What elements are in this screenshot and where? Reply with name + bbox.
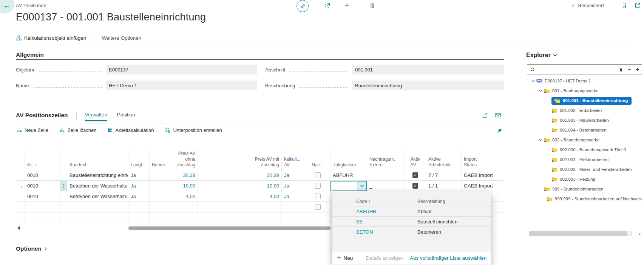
tree-item[interactable]: 999.999 - Stundenlohnarbeiten auf Nachwe… [527,194,642,204]
tree-item-selected[interactable]: 001.001 - Baustelleneinrichtung [551,97,632,105]
horizontal-scrollbar-thumb[interactable] [128,226,330,230]
cell-preis_ohne[interactable]: 10,00 [172,181,198,191]
chevron-down-icon[interactable] [357,181,366,191]
cell-aktive_arbeitskalk[interactable]: 1 / 1 [426,181,462,191]
cell-nachtragsnr_extern[interactable]: _ [367,170,405,180]
new-line-button[interactable]: Neue Zeile [16,127,48,133]
table-row[interactable]: 0010Baustelleneinrichtung einrichte...Ja… [16,170,504,181]
tree-item[interactable]: 001 - Bauhauptgewerke [527,86,642,96]
column-header-13[interactable]: Aktive Arbeitskalk... [426,149,462,170]
tab-verwalten[interactable]: Verwalten [85,112,107,121]
cell-langtext[interactable]: Ja [128,181,150,191]
column-header-4[interactable]: Langt... [128,149,150,170]
tree-chevron-icon[interactable] [538,90,543,92]
tree-item[interactable]: 002.001 - Elektroarbeiten [527,155,642,164]
general-section-heading[interactable]: Allgemein [16,51,44,58]
tree-item[interactable]: 002.000 - Baunebengewerk Titel 0 [527,145,642,155]
cell-nr[interactable]: 0010 [25,191,60,201]
column-header-12[interactable]: Aktiv AV [405,149,426,170]
cell-nr[interactable]: 0010 [25,181,60,191]
dropdown-item[interactable]: ABFUHRAbfuhr [332,206,491,217]
explorer-heading[interactable]: Explorer [526,52,557,59]
nachweis-checkbox[interactable] [315,183,321,189]
cell-preis_ohne[interactable]: 4,00 [172,191,198,201]
aktiv_av-checkbox[interactable] [412,172,418,178]
back-icon[interactable]: ← [3,2,10,10]
nachweis-checkbox[interactable] [315,204,321,210]
explorer-scrollbar[interactable] [529,231,632,236]
cell-bemerkung[interactable]: _ [150,170,172,180]
column-header-14[interactable]: Import Status [462,149,504,170]
tree-chevron-icon[interactable] [538,139,543,141]
tree-item[interactable]: E000137 - HET Demo 1 [527,76,642,86]
tree-item[interactable]: 001.004 - Betonarbeiten [527,125,642,135]
column-header-8[interactable]: kalkuli... AV [282,149,305,170]
tree-item[interactable]: 999 - Stundenlohnarbeiten [527,184,642,194]
cell-nr[interactable]: 0010 [25,170,60,180]
scroll-left-arrow[interactable] [17,226,20,230]
tree-item[interactable]: 002.003 - Heizung [527,174,642,184]
work-calculation-button[interactable]: Arbeitskalkulation [107,127,154,133]
cell-kalkuliert_av[interactable]: Ja [282,170,305,180]
explorer-close-button[interactable]: x [617,67,625,73]
aktiv_av-checkbox[interactable] [412,183,418,189]
nachweis-checkbox[interactable] [315,172,321,178]
cell-kurztext[interactable]: Baustelleneinrichtung einrichte... [67,170,128,180]
column-header-6[interactable]: Preis AV ohne Zuschlag [172,149,198,170]
new-record-button[interactable]: + [344,0,349,10]
options-section-heading[interactable]: Optionen › [16,245,47,253]
cell-aktive_arbeitskalk[interactable]: 7 / 7 [426,170,462,180]
delete-line-button[interactable]: Zeile löschen [59,127,97,133]
cell-import_status[interactable]: GAEB Import [462,181,504,191]
objektnr-input[interactable]: E000137 [106,65,257,74]
cell-kurztext[interactable]: Betreiben der Wasserhaltungs... [67,181,128,191]
dropdown-column-code[interactable]: Code ↑ [332,199,417,204]
column-header-9[interactable]: Nac... [305,149,330,170]
beschreibung-input[interactable]: Baustelleneinrichtung [352,81,504,90]
cell-kurztext[interactable]: Betreiben der Wasserhaltungs... [67,191,128,201]
cell-bemerkung[interactable]: _ [150,191,172,201]
open-in-new-window-button[interactable] [635,2,641,8]
column-header-3[interactable]: Kurztext [67,149,128,170]
refresh-icon[interactable] [527,67,537,72]
tree-item[interactable]: 002 - Baunebengewerke [527,135,642,145]
tree-item[interactable]: 001.001 - Baustelleneinrichtung [527,96,642,105]
dropdown-item-code[interactable]: BE [332,219,417,225]
cell-kalkuliert_av[interactable]: Ja [282,181,305,191]
abschnitt-input[interactable]: 001.001 [352,65,504,74]
nachweis-checkbox[interactable] [315,194,321,199]
tab-position[interactable]: Position [117,112,135,120]
column-header-10[interactable]: Tätigkeitsnr [330,149,367,170]
row-context-menu-button[interactable]: ⋮ [61,183,66,189]
dropdown-column-description[interactable]: Beschreibung [417,199,491,204]
cell-preis_mit[interactable]: 4,00 [198,191,282,201]
dropdown-item-code[interactable]: ABFUHR [332,209,417,214]
name-input[interactable]: HET Demo 1 [106,81,257,90]
share-list-button[interactable] [482,112,488,118]
column-header-5[interactable]: Bemer... [150,149,172,170]
tree-item[interactable]: 001.002 - Erdarbeiten [527,105,642,115]
column-header-0[interactable] [16,149,25,170]
create-subposition-button[interactable]: Unterposition erstellen [164,127,222,133]
bookmark-button[interactable] [621,2,627,8]
edit-button[interactable] [297,0,309,12]
cell-preis_ohne[interactable]: 30,38 [172,170,198,180]
column-header-7[interactable]: Preis AV mit Zuschlag [198,149,282,170]
explorer-expand-button[interactable]: + [633,67,642,73]
tree-item[interactable]: 001.003 - Maurerarbeiten [527,115,642,125]
delete-button[interactable] [369,2,375,9]
cell-preis_mit[interactable]: 10,00 [198,181,282,191]
share-button[interactable] [324,3,330,9]
column-header-11[interactable]: Nachtragsnr. Extern [367,149,405,170]
dropdown-item[interactable]: BEBaustell einrichten [332,217,491,227]
select-from-full-list-link[interactable]: Aus vollständiger Liste auswählen [410,255,486,261]
cell-nachtragsnr_extern[interactable]: _ [367,181,405,191]
cell-langtext[interactable]: Ja [128,170,150,180]
taetigkeitsnr-dropdown[interactable] [330,181,367,191]
tree-item[interactable]: 002.002 - Maler- und Fensterarbeiten [527,164,642,174]
column-header-1[interactable]: Nr. ↑ [25,149,60,170]
mail-icon[interactable] [495,112,501,118]
dropdown-new-button[interactable]: + Neu [337,254,353,262]
explorer-scrollbar-thumb[interactable] [529,231,627,236]
more-options-button[interactable]: Weitere Optionen [102,35,141,41]
